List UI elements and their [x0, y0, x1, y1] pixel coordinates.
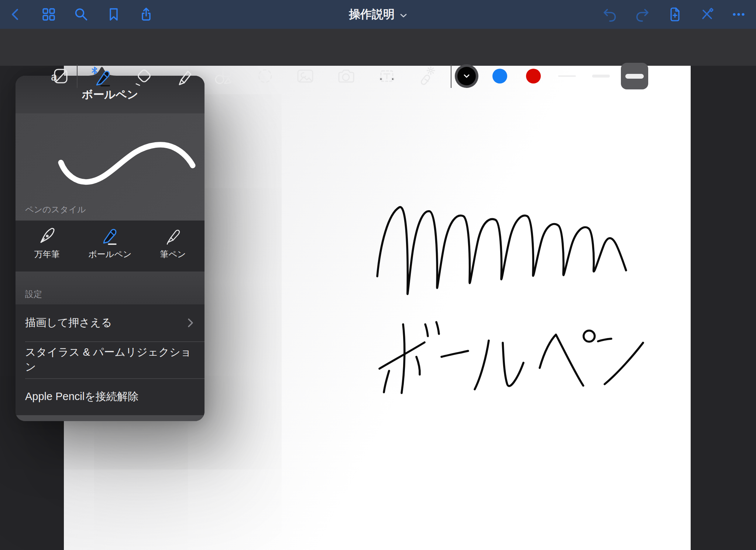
page-title: 操作説明 — [349, 7, 395, 22]
add-page-button[interactable] — [664, 0, 686, 29]
text-icon — [377, 66, 397, 86]
laser-pointer-tool[interactable] — [417, 66, 437, 86]
add-page-icon — [667, 6, 683, 23]
toolbar-divider — [77, 64, 78, 88]
color-swatch-black-selected[interactable] — [455, 64, 478, 88]
settings-section-label: 設定 — [25, 288, 42, 300]
page-format-icon: a — [50, 66, 71, 86]
drawing-toolbar: a — [0, 29, 756, 66]
eraser-tool[interactable] — [133, 66, 154, 86]
shapes-icon — [213, 66, 234, 86]
setting-row-label: 描画して押さえる — [25, 315, 112, 330]
color-swatch-blue[interactable] — [492, 69, 507, 83]
back-chevron-icon — [7, 6, 24, 23]
lasso-icon — [255, 66, 275, 86]
chevron-right-icon — [188, 318, 193, 328]
pen-style-label: 筆ペン — [160, 249, 186, 260]
more-dots-icon — [731, 6, 747, 23]
stroke-width-medium[interactable] — [592, 75, 610, 78]
setting-row-draw-and-hold[interactable]: 描画して押さえる — [16, 304, 205, 341]
svg-text:a: a — [51, 71, 57, 83]
pen-tool-selected[interactable] — [91, 66, 112, 86]
share-icon — [138, 6, 154, 23]
readonly-mode-button[interactable] — [696, 0, 718, 29]
pen-style-label: ボールペン — [88, 249, 131, 260]
pen-style-label: 万年筆 — [34, 249, 60, 260]
pen-style-ballpoint-selected[interactable]: ボールペン — [79, 221, 142, 271]
color-swatch-red[interactable] — [526, 69, 541, 83]
search-icon — [73, 6, 89, 23]
camera-icon — [336, 66, 357, 86]
search-button[interactable] — [70, 0, 92, 29]
popover-footer — [16, 415, 205, 421]
pen-style-row: 万年筆 ボールペン 筆ペン — [16, 221, 205, 271]
toolbar-divider — [451, 64, 451, 88]
text-tool[interactable] — [377, 66, 397, 86]
highlighter-tool[interactable] — [174, 66, 195, 86]
pen-settings-popover: ボールペン ペンのスタイル 万年筆 ボールペン — [16, 76, 205, 421]
pen-disabled-icon — [699, 6, 715, 23]
lasso-tool[interactable] — [255, 66, 275, 86]
camera-tool[interactable] — [336, 66, 357, 86]
pen-style-section-label: ペンのスタイル — [25, 204, 86, 215]
page-format-tool[interactable]: a — [50, 66, 71, 86]
setting-row-disconnect-apple-pencil[interactable]: Apple Pencilを接続解除 — [16, 378, 205, 415]
pen-style-fountain[interactable]: 万年筆 — [16, 221, 79, 271]
ballpoint-pen-icon — [99, 225, 121, 246]
navigation-bar: 操作説明 — [0, 0, 756, 29]
popover-title: ボールペン — [82, 87, 138, 102]
stroke-width-thick[interactable] — [625, 74, 644, 79]
redo-icon — [634, 6, 650, 23]
fountain-pen-icon — [36, 225, 58, 246]
swatch-chevron-down-icon — [463, 74, 470, 78]
setting-row-stylus-palm-rejection[interactable]: スタイラス & パームリジェクション — [16, 341, 205, 378]
title-chevron-down-icon — [400, 13, 407, 18]
bluetooth-pen-icon — [91, 66, 112, 86]
stroke-width-thin[interactable] — [558, 75, 576, 77]
image-tool[interactable] — [295, 66, 316, 86]
pen-style-brush[interactable]: 筆ペン — [141, 221, 205, 271]
grid-icon — [41, 6, 57, 23]
settings-section-header: 設定 — [16, 271, 205, 304]
shapes-tool[interactable] — [213, 66, 234, 86]
bookmark-icon — [106, 6, 122, 23]
document-title-button[interactable]: 操作説明 — [349, 0, 407, 29]
undo-icon — [602, 6, 618, 23]
bookmark-button[interactable] — [103, 0, 125, 29]
undo-button[interactable] — [599, 0, 621, 29]
back-button[interactable] — [4, 0, 27, 29]
image-icon — [295, 66, 316, 86]
redo-button[interactable] — [631, 0, 653, 29]
setting-row-label: スタイラス & パームリジェクション — [25, 345, 193, 375]
highlighter-icon — [174, 66, 195, 86]
thumbnails-button[interactable] — [38, 0, 60, 29]
laser-pointer-icon — [417, 66, 437, 86]
stroke-preview: ペンのスタイル — [16, 113, 205, 221]
more-button[interactable] — [728, 0, 750, 29]
settings-rows: 描画して押さえる スタイラス & パームリジェクション Apple Pencil… — [16, 304, 205, 415]
share-button[interactable] — [135, 0, 157, 29]
eraser-icon — [133, 66, 154, 86]
brush-pen-icon — [162, 225, 183, 246]
setting-row-label: Apple Pencilを接続解除 — [25, 389, 138, 404]
